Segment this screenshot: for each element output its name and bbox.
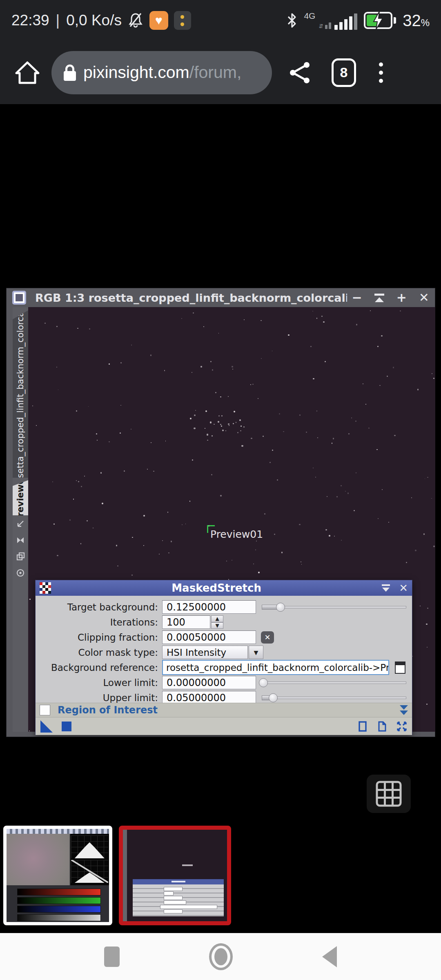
- battery-percent: 32%: [403, 11, 430, 30]
- target-view-icon[interactable]: [16, 568, 25, 577]
- param-label: Background reference:: [36, 662, 162, 673]
- dialog-titlebar[interactable]: MaskedStretch ✕: [36, 580, 412, 596]
- clipping-fraction-input[interactable]: 0.00050000: [162, 630, 256, 644]
- tab-preview01[interactable]: Preview01: [13, 480, 28, 515]
- target-background-slider[interactable]: [262, 600, 406, 614]
- param-row-clipping-fraction: Clipping fraction: 0.00050000 ✕: [36, 630, 408, 644]
- apply-drag-icon[interactable]: [40, 720, 53, 733]
- duplicate-view-icon[interactable]: [16, 552, 25, 561]
- grid-icon: [375, 780, 402, 807]
- lower-limit-input[interactable]: 0.00000000: [162, 676, 256, 689]
- color-mask-type-select[interactable]: HSI Intensity: [162, 646, 248, 659]
- histogram-preview: [69, 834, 109, 885]
- gallery-grid-button[interactable]: [367, 775, 411, 813]
- mute-bell-icon: [127, 12, 144, 29]
- browse-documentation-icon[interactable]: [377, 721, 388, 732]
- clear-value-icon[interactable]: ✕: [261, 631, 274, 644]
- dialog-close-button[interactable]: ✕: [399, 583, 408, 593]
- slider-thumb[interactable]: [269, 693, 278, 702]
- reset-icon[interactable]: [396, 721, 407, 732]
- param-row-lower-limit: Lower limit: 0.00000000: [36, 675, 408, 690]
- region-of-interest-section[interactable]: Region of Interest: [36, 703, 412, 717]
- param-label: Color mask type:: [36, 647, 162, 658]
- view-selector-strip: rosetta_cropped_linfit_backnorm_colorcal…: [13, 307, 28, 732]
- browser-toolbar: pixinsight.com/forum, 8: [0, 41, 441, 104]
- param-label: Iterations:: [36, 617, 162, 628]
- fit-view-icon[interactable]: [16, 536, 25, 545]
- slider-thumb[interactable]: [259, 678, 268, 687]
- battery-icon: [364, 12, 396, 29]
- home-button[interactable]: [14, 59, 41, 86]
- status-bar: 22:39 | 0,0 Ko/s ♥ 4G ⇵ 32%: [0, 0, 441, 41]
- notification-dots-icon: [174, 11, 191, 30]
- param-row-iterations: Iterations: 100 ▲ ▼: [36, 615, 408, 629]
- maskedstretch-process-icon: [40, 582, 51, 594]
- lower-limit-slider[interactable]: [262, 675, 406, 690]
- spin-down-button[interactable]: ▼: [211, 622, 223, 629]
- param-label: Target background:: [36, 602, 162, 612]
- pixinsight-image-window: RGB 1:3 rosetta_cropped_linfit_backnorm_…: [6, 288, 435, 737]
- roi-checkbox[interactable]: [40, 705, 50, 715]
- preview-marker-label: Preview01: [210, 528, 263, 540]
- pan-arrow-icon[interactable]: [16, 519, 25, 528]
- dialog-title: MaskedStretch: [51, 582, 382, 594]
- param-label: Upper limit:: [36, 693, 162, 703]
- iterations-spinner[interactable]: ▲ ▼: [211, 615, 223, 629]
- browser-menu-button[interactable]: [379, 62, 383, 83]
- android-navigation-bar: [0, 933, 441, 980]
- dialog-footer-toolbar: [36, 717, 412, 735]
- shade-button[interactable]: [374, 294, 384, 302]
- network-speed: 0,0 Ko/s: [66, 12, 122, 29]
- minimize-button[interactable]: −: [352, 292, 362, 304]
- window-icon: [12, 291, 26, 305]
- spin-up-button[interactable]: ▲: [211, 615, 223, 622]
- background-reference-input[interactable]: rosetta_cropped_linfit_backnorm_colorcal…: [162, 660, 389, 675]
- select-view-button[interactable]: [395, 662, 405, 674]
- health-app-notification-icon: ♥: [149, 11, 168, 30]
- apply-square-icon[interactable]: [62, 722, 71, 731]
- param-label: Lower limit:: [36, 677, 162, 688]
- share-button[interactable]: [289, 61, 310, 84]
- track-view-icon[interactable]: [357, 721, 368, 732]
- url-bar[interactable]: pixinsight.com/forum,: [51, 51, 272, 94]
- image-window-titlebar[interactable]: RGB 1:3 rosetta_cropped_linfit_backnorm_…: [7, 288, 435, 307]
- secure-lock-icon: [64, 65, 76, 81]
- color-bars-preview: [7, 885, 109, 922]
- close-button[interactable]: ✕: [419, 292, 429, 304]
- gallery-thumbnail-2-selected[interactable]: [119, 826, 231, 925]
- image-window-title: RGB 1:3 rosetta_cropped_linfit_backnorm_…: [35, 292, 347, 304]
- android-home-button[interactable]: [209, 943, 233, 970]
- nebula-preview: [7, 834, 70, 885]
- roi-section-label: Region of Interest: [58, 704, 400, 716]
- param-row-background-reference: Background reference: rosetta_cropped_li…: [36, 660, 408, 675]
- tab-counter-button[interactable]: 8: [332, 58, 356, 87]
- tab-main-image[interactable]: rosetta_cropped_linfit_backnorm_colorcal…: [13, 310, 28, 478]
- target-background-input[interactable]: 0.12500000: [162, 600, 256, 614]
- recents-button[interactable]: [104, 947, 120, 967]
- dialog-shade-button[interactable]: [382, 584, 390, 592]
- param-row-target-background: Target background: 0.12500000: [36, 600, 408, 614]
- param-label: Clipping fraction:: [36, 632, 162, 643]
- status-separator: |: [56, 12, 60, 29]
- maskedstretch-dialog: MaskedStretch ✕ Target background: 0.125…: [35, 580, 412, 735]
- back-button[interactable]: [322, 946, 337, 967]
- expand-section-icon[interactable]: [400, 705, 408, 715]
- clock: 22:39: [11, 12, 49, 29]
- bluetooth-icon: [287, 12, 297, 29]
- url-text: pixinsight.com/forum,: [83, 63, 241, 82]
- iterations-input[interactable]: 100: [162, 615, 210, 629]
- slider-thumb[interactable]: [276, 603, 285, 612]
- dropdown-arrow-icon[interactable]: ▼: [249, 646, 263, 659]
- maximize-button[interactable]: +: [396, 292, 407, 304]
- signal-strength-icon: 4G ⇵: [304, 11, 357, 30]
- param-row-color-mask-type: Color mask type: HSI Intensity ▼: [36, 645, 408, 659]
- network-type-label: 4G: [304, 11, 315, 20]
- gallery-thumbnail-1[interactable]: [3, 826, 112, 925]
